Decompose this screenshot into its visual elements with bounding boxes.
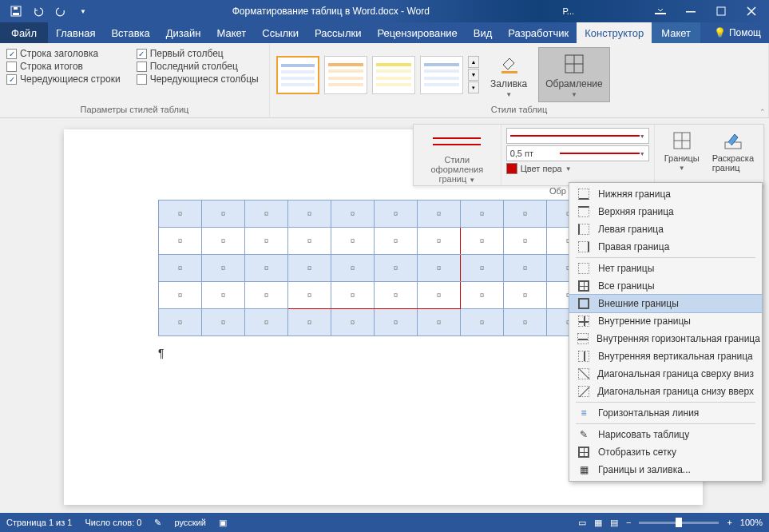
borders-sub-ribbon: Стили оформления границ ▼ ▼ 0,5 пт▼ Цвет… — [413, 124, 764, 186]
maximize-icon[interactable] — [707, 1, 735, 22]
menu-border-inner-v[interactable]: Внутренняя вертикальная граница — [569, 347, 762, 365]
zoom-slider[interactable] — [639, 522, 719, 524]
pen-color-swatch — [506, 163, 517, 174]
status-proofing-icon[interactable]: ✎ — [154, 518, 161, 528]
menu-border-none[interactable]: Нет границы — [569, 260, 762, 277]
zoom-out-icon[interactable]: − — [626, 518, 631, 527]
menu-border-inner-h[interactable]: Внутренняя горизонтальная граница — [569, 330, 762, 347]
menu-border-bottom[interactable]: Нижняя граница — [569, 185, 762, 203]
status-word-count[interactable]: Число слов: 0 — [85, 518, 141, 527]
gallery-up-icon[interactable]: ▲ — [468, 56, 479, 68]
status-bar: Страница 1 из 1 Число слов: 0 ✎ русский … — [0, 513, 769, 532]
check-last-col[interactable]: Последний столбец — [137, 61, 259, 72]
view-web-icon[interactable]: ▤ — [610, 518, 618, 528]
borders-dropdown-menu: Нижняя граница Верхняя граница Левая гра… — [569, 182, 763, 482]
tab-layout[interactable]: Макет — [208, 22, 254, 43]
bulb-icon: 💡 — [714, 27, 726, 38]
tab-mailings[interactable]: Рассылки — [307, 22, 369, 43]
tab-developer[interactable]: Разработчик — [500, 22, 577, 43]
tab-review[interactable]: Рецензирование — [369, 22, 465, 43]
tab-design[interactable]: Дизайн — [158, 22, 209, 43]
menu-draw-table[interactable]: ✎Нарисовать таблицу — [569, 426, 762, 443]
tab-file[interactable]: Файл — [0, 22, 48, 43]
redo-icon[interactable] — [51, 2, 70, 21]
grid-icon — [577, 446, 590, 459]
table-style-4[interactable] — [420, 56, 463, 94]
tab-table-design[interactable]: Конструктор — [577, 22, 652, 43]
collapse-ribbon-icon[interactable]: ⌃ — [759, 108, 766, 116]
status-language[interactable]: русский — [174, 518, 205, 527]
pencil-icon: ✎ — [577, 428, 590, 441]
help-tell-me[interactable]: 💡Помощ — [706, 22, 769, 43]
gallery-down-icon[interactable]: ▼ — [468, 69, 479, 81]
view-print-icon[interactable]: ▦ — [594, 518, 602, 528]
check-total-row[interactable]: Строка итогов — [6, 61, 121, 72]
border-grid-icon — [561, 51, 587, 77]
menu-border-right[interactable]: Правая граница — [569, 238, 762, 256]
group-table-style-options: ✓Строка заголовка Строка итогов ✓Чередую… — [0, 43, 270, 117]
brush-icon — [722, 129, 744, 152]
menu-border-left[interactable]: Левая граница — [569, 220, 762, 238]
check-header-row[interactable]: ✓Строка заголовка — [6, 48, 121, 59]
table-style-1[interactable] — [276, 56, 319, 94]
menu-borders-and-shading[interactable]: ▦Границы и заливка... — [569, 461, 762, 478]
table-style-2[interactable] — [324, 56, 367, 94]
account-hint[interactable]: Р... — [563, 6, 646, 16]
group-table-styles: ▲ ▼ ▾ Заливка▼ Обрамление▼ Стили таблиц — [270, 43, 769, 117]
borders-button[interactable]: Обрамление▼ — [538, 47, 609, 102]
gallery-more-icon[interactable]: ▾ — [468, 81, 479, 93]
zoom-level[interactable]: 100% — [740, 518, 763, 527]
table-style-3[interactable] — [372, 56, 415, 94]
dialog-icon: ▦ — [577, 463, 590, 476]
tab-table-layout[interactable]: Макет — [652, 22, 700, 43]
ribbon-options-icon[interactable] — [646, 1, 675, 22]
tab-view[interactable]: Вид — [466, 22, 501, 43]
svg-rect-6 — [501, 71, 517, 73]
document-table[interactable]: ¤¤¤¤¤¤¤¤¤¤ ¤¤¤¤¤¤¤¤¤¤ ¤¤¤¤¤¤¤¤¤¤ ¤¤¤¤¤¤¤… — [158, 200, 590, 336]
border-width-dropdown[interactable]: 0,5 пт▼ — [506, 145, 649, 161]
save-icon[interactable] — [6, 2, 26, 21]
tab-references[interactable]: Ссылки — [254, 22, 307, 43]
ribbon: ✓Строка заголовка Строка итогов ✓Чередую… — [0, 43, 769, 118]
tab-home[interactable]: Главная — [48, 22, 103, 43]
border-painter-button[interactable]: Раскраска границ — [708, 128, 759, 184]
ribbon-tabs: Файл Главная Вставка Дизайн Макет Ссылки… — [0, 22, 769, 43]
menu-border-inner[interactable]: Внутренние границы — [569, 312, 762, 330]
menu-border-outer[interactable]: Внешние границы — [569, 295, 762, 312]
border-styles-label[interactable]: Стили оформления границ — [431, 155, 484, 184]
menu-border-diag-up[interactable]: Диагональная граница снизу вверх — [569, 383, 762, 400]
menu-border-diag-down[interactable]: Диагональная граница сверху вниз — [569, 365, 762, 383]
close-icon[interactable] — [737, 1, 766, 22]
shading-button[interactable]: Заливка▼ — [484, 48, 533, 101]
borders-split-button[interactable]: Границы▼ — [660, 128, 704, 184]
qat-customize-icon[interactable]: ▼ — [73, 2, 93, 21]
status-page[interactable]: Страница 1 из 1 — [6, 518, 72, 527]
hline-icon: ≡ — [577, 407, 590, 419]
group-label: Параметры стилей таблиц — [6, 103, 263, 116]
zoom-in-icon[interactable]: + — [727, 518, 731, 527]
pen-color-dropdown[interactable]: Цвет пера▼ — [506, 163, 649, 174]
view-read-icon[interactable]: ▭ — [578, 518, 586, 528]
menu-horizontal-line[interactable]: ≡Горизонтальная линия — [569, 404, 762, 422]
title-bar: ▼ Форматирование таблиц в Word.docx - Wo… — [0, 0, 769, 22]
bucket-icon — [496, 51, 521, 77]
menu-border-all[interactable]: Все границы — [569, 277, 762, 295]
tab-insert[interactable]: Вставка — [103, 22, 157, 43]
quick-access-toolbar: ▼ — [0, 2, 99, 21]
border-grid-icon — [671, 129, 693, 152]
border-style-dropdown[interactable]: ▼ — [506, 128, 649, 144]
svg-rect-4 — [686, 11, 696, 13]
check-banded-rows[interactable]: ✓Чередующиеся строки — [6, 73, 121, 85]
window-title: Форматирование таблиц в Word.docx - Word — [99, 6, 563, 17]
check-banded-cols[interactable]: Чередующиеся столбцы — [137, 73, 259, 85]
status-macro-icon[interactable]: ▣ — [219, 518, 227, 528]
group-label: Стили таблиц — [276, 103, 762, 116]
truncated-group-label: Обр — [549, 186, 566, 196]
svg-rect-3 — [655, 13, 666, 14]
undo-icon[interactable] — [29, 2, 48, 21]
minimize-icon[interactable] — [676, 1, 705, 22]
paragraph-mark: ¶ — [158, 347, 165, 359]
menu-border-top[interactable]: Верхняя граница — [569, 203, 762, 220]
check-first-col[interactable]: ✓Первый столбец — [137, 48, 259, 59]
menu-view-gridlines[interactable]: Отобразить сетку — [569, 443, 762, 461]
